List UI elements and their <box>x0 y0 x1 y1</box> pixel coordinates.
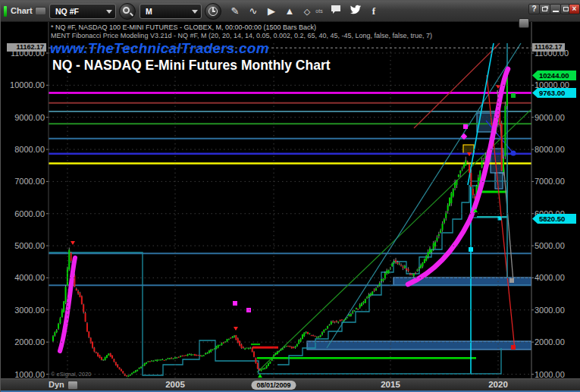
ots-label: ots <box>313 4 325 19</box>
price-axis-label: 2000.00 <box>1 337 45 347</box>
twitter-bird-icon <box>350 5 362 14</box>
price-level-tag: 10244.00 <box>532 71 576 80</box>
symbol-lookup-button[interactable] <box>119 3 136 20</box>
play-button[interactable]: ▶ <box>264 4 279 19</box>
price-plot <box>1 22 580 378</box>
close-button[interactable]: × <box>569 4 580 14</box>
time-axis-label: 2020 <box>488 380 508 389</box>
price-axis-label: 8000.00 <box>1 145 45 154</box>
chart-window: Chart NQ #F M ✎ ∿ ▶ ▲ ◇ ots <box>0 0 580 392</box>
symbol-combo[interactable]: NQ #F <box>49 4 116 19</box>
price-axis-label: 5000.00 <box>1 241 45 250</box>
draw-pencil-button[interactable]: ✎ <box>227 4 243 19</box>
price-axis-label: 9000.00 <box>1 113 45 122</box>
last-price-tag: 11162.17 <box>7 43 46 52</box>
status-led <box>4 6 7 17</box>
price-axis-label: 3000.00 <box>535 306 565 315</box>
price-axis-label: 2000.00 <box>535 337 565 347</box>
chat-button[interactable] <box>328 4 343 19</box>
magnifier-icon <box>123 7 130 14</box>
price-level-tag: 9763.00 <box>532 88 576 98</box>
last-price-tag: 11162.17 <box>532 43 565 52</box>
symbol-combo-value: NQ #F <box>55 7 79 16</box>
alert-button[interactable]: ▲ <box>282 4 297 19</box>
price-axis-label: 4000.00 <box>535 273 565 282</box>
dyn-mode-label[interactable]: Dyn <box>49 380 64 389</box>
price-axis-label: 7000.00 <box>1 177 45 186</box>
time-template-button[interactable] <box>205 3 221 20</box>
time-axis-tag: 08/01/2009 <box>252 381 296 390</box>
time-axis: Dyn 200508/01/200920152020 <box>1 378 580 390</box>
price-axis-label: 10000.00 <box>1 80 45 89</box>
price-axis-label: 5000.00 <box>535 241 565 250</box>
time-axis-label: 2015 <box>381 380 400 389</box>
chat-bubble-icon <box>331 5 341 14</box>
price-axis-label: 7000.00 <box>535 177 565 186</box>
chevron-down-icon <box>192 10 198 14</box>
symbol-header: * NQ #F, NASDAQ 100 E-MINI FUTURES - GLO… <box>51 24 316 31</box>
price-axis-label: 6000.00 <box>1 209 45 218</box>
minimize-button[interactable] <box>550 4 561 14</box>
window-title: Chart <box>11 6 33 15</box>
copyright: © eSignal, 2020 <box>51 371 91 378</box>
price-axis-label: 4000.00 <box>1 273 45 282</box>
price-axis-label: 9000.00 <box>535 113 565 122</box>
restore-button[interactable] <box>539 4 550 14</box>
minimize-icon <box>553 11 559 12</box>
eraser-button[interactable]: ◇ <box>299 4 315 19</box>
help-button[interactable]: ? <box>528 4 540 14</box>
restore-icon <box>542 7 547 11</box>
chart-flag-icon[interactable] <box>519 18 529 28</box>
price-axis-label: 1000.00 <box>1 370 45 379</box>
chevron-down-icon <box>106 10 112 14</box>
time-axis-label: 2005 <box>165 380 185 389</box>
price-axis-label: 8000.00 <box>535 145 565 154</box>
price-axis-label: 3000.00 <box>1 306 45 315</box>
watermark: www.TheTechnicalTraders.com <box>50 40 269 57</box>
facebook-button[interactable]: f <box>366 4 381 19</box>
interval-combo-value: M <box>146 7 152 16</box>
interval-combo[interactable]: M <box>140 4 202 19</box>
dyn-mode-icon[interactable] <box>67 381 78 390</box>
maximize-icon <box>563 7 569 11</box>
chart-badge-icon <box>35 7 46 15</box>
chart-title: NQ - NASDAQ E-Mini Futures Monthly Chart <box>49 57 337 75</box>
twitter-button[interactable] <box>348 4 363 19</box>
price-axis-label: 1000.00 <box>535 370 565 379</box>
indicator-wave-button[interactable]: ∿ <box>246 4 261 19</box>
toolbar: Chart NQ #F M ✎ ∿ ▶ ▲ ◇ ots <box>1 1 580 22</box>
price-level-tag: 5820.50 <box>532 214 576 224</box>
study-header: MENT Fibonacci Price Modeling V3.21d - N… <box>51 32 432 39</box>
chart-area[interactable]: * NQ #F, NASDAQ 100 E-MINI FUTURES - GLO… <box>1 22 580 378</box>
